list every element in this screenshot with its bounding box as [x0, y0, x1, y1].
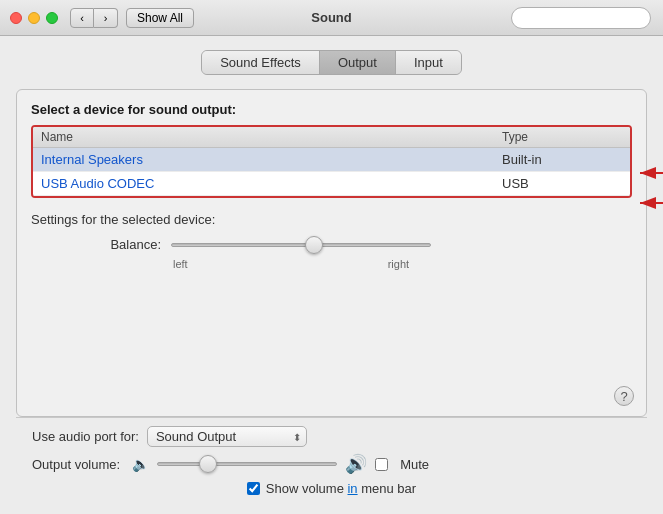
table-row[interactable]: Internal Speakers Built-in [33, 148, 630, 172]
device-section: Name Type Internal Speakers Built-in USB… [31, 125, 632, 198]
volume-label: Output volume: [32, 457, 120, 472]
tab-bar: Sound Effects Output Input [16, 50, 647, 75]
volume-high-icon: 🔊 [345, 453, 367, 475]
back-button[interactable]: ‹ [70, 8, 94, 28]
balance-hint-left: left [173, 258, 188, 270]
device-name: USB Audio CODEC [41, 176, 502, 191]
audio-port-select[interactable]: Sound Output [147, 426, 307, 447]
table-row[interactable]: USB Audio CODEC USB [33, 172, 630, 196]
bottom-bar: Use audio port for: Sound Output ⬍ Outpu… [16, 417, 647, 504]
balance-label: Balance: [91, 237, 161, 252]
nav-buttons: ‹ › [70, 8, 118, 28]
menu-bar-row: Show volume in menu bar [32, 481, 631, 496]
volume-low-icon: 🔈 [132, 456, 149, 472]
audio-port-label: Use audio port for: [32, 429, 139, 444]
balance-hints: left right [31, 258, 431, 270]
forward-button[interactable]: › [94, 8, 118, 28]
volume-thumb[interactable] [199, 455, 217, 473]
table-header: Name Type [33, 127, 630, 148]
device-type: Built-in [502, 152, 622, 167]
search-input[interactable] [511, 7, 651, 29]
balance-row: Balance: [31, 237, 632, 252]
close-button[interactable] [10, 12, 22, 24]
audio-port-select-wrapper: Sound Output ⬍ [147, 426, 307, 447]
device-table: Name Type Internal Speakers Built-in USB… [31, 125, 632, 198]
audio-port-row: Use audio port for: Sound Output ⬍ [32, 426, 631, 447]
col-name-header: Name [41, 130, 502, 144]
title-bar: ‹ › Show All Sound [0, 0, 663, 36]
device-type: USB [502, 176, 622, 191]
settings-label: Settings for the selected device: [31, 212, 632, 227]
balance-slider[interactable] [171, 243, 431, 247]
main-content: Sound Effects Output Input Select a devi… [0, 36, 663, 514]
tab-input[interactable]: Input [396, 51, 461, 74]
tab-output[interactable]: Output [320, 51, 396, 74]
tab-sound-effects[interactable]: Sound Effects [202, 51, 320, 74]
show-all-button[interactable]: Show All [126, 8, 194, 28]
traffic-lights [10, 12, 58, 24]
maximize-button[interactable] [46, 12, 58, 24]
annotation-container: Choose [632, 153, 663, 223]
volume-slider[interactable] [157, 462, 337, 466]
volume-row: Output volume: 🔈 🔊 Mute [32, 453, 631, 475]
minimize-button[interactable] [28, 12, 40, 24]
col-type-header: Type [502, 130, 622, 144]
mute-checkbox[interactable] [375, 458, 388, 471]
balance-thumb[interactable] [305, 236, 323, 254]
show-volume-checkbox[interactable] [247, 482, 260, 495]
device-select-label: Select a device for sound output: [31, 102, 632, 117]
help-button[interactable]: ? [614, 386, 634, 406]
device-name: Internal Speakers [41, 152, 502, 167]
tab-group: Sound Effects Output Input [201, 50, 462, 75]
balance-hint-right: right [388, 258, 413, 270]
output-panel: Select a device for sound output: Name T… [16, 89, 647, 417]
window-title: Sound [311, 10, 351, 25]
arrows-svg [632, 153, 663, 223]
mute-label: Mute [400, 457, 429, 472]
show-volume-label: Show volume in menu bar [266, 481, 416, 496]
